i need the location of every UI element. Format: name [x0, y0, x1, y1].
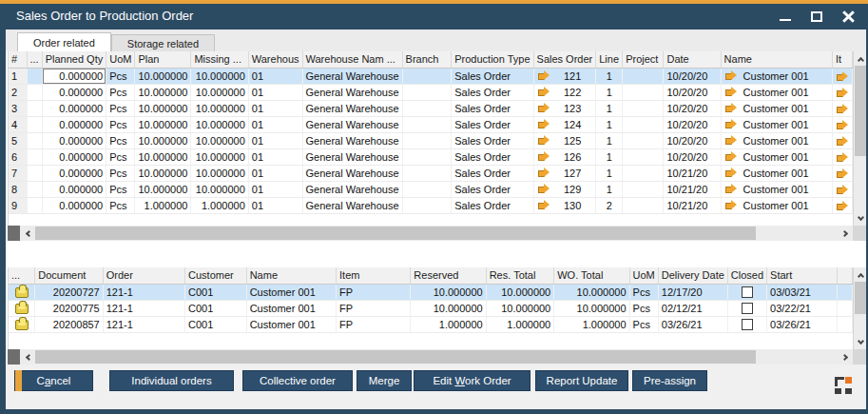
- tab-storage-related[interactable]: Storage related: [111, 34, 215, 51]
- scroll-right-button[interactable]: [838, 349, 853, 365]
- link-arrow-icon[interactable]: [537, 87, 550, 97]
- edit-work-order-button[interactable]: Edit Work Order: [414, 370, 530, 391]
- link-arrow-icon[interactable]: [836, 136, 849, 147]
- splitter-handle[interactable]: [8, 349, 20, 365]
- cancel-button[interactable]: Cancel: [14, 370, 93, 391]
- collective-order-button[interactable]: Collective order: [242, 370, 353, 391]
- link-arrow-icon[interactable]: [836, 201, 849, 211]
- table-row[interactable]: 20200775 121-1 C001 Customer 001 FP 10.0…: [9, 300, 853, 316]
- col-header-order: Order: [103, 267, 184, 284]
- scrollbar-thumb[interactable]: [855, 66, 866, 156]
- scroll-down-button[interactable]: [854, 335, 867, 349]
- link-arrow-icon[interactable]: [724, 200, 738, 210]
- scroll-down-button[interactable]: [854, 211, 867, 226]
- link-arrow-icon[interactable]: [724, 135, 738, 146]
- link-arrow-icon[interactable]: [537, 184, 550, 194]
- close-button[interactable]: [836, 7, 860, 28]
- table-row[interactable]: 8 0.000000 Pcs 10.000000 10.000000 01 Ge…: [9, 181, 853, 197]
- link-arrow-icon[interactable]: [537, 70, 550, 81]
- table-row[interactable]: 6 0.000000 Pcs 10.000000 10.000000 01 Ge…: [9, 148, 853, 165]
- scroll-left-button[interactable]: [20, 226, 35, 241]
- col-header-reserved: Reserved: [411, 267, 486, 284]
- scrollbar-track[interactable]: [35, 349, 838, 365]
- table-row[interactable]: 20200727 121-1 C001 Customer 001 FP 10.0…: [9, 284, 853, 300]
- closed-checkbox[interactable]: [742, 286, 753, 298]
- link-arrow-icon[interactable]: [836, 71, 849, 82]
- scrollbar-thumb[interactable]: [35, 350, 756, 364]
- link-arrow-icon[interactable]: [836, 120, 849, 130]
- col-header-name: Name: [721, 51, 832, 68]
- link-arrow-icon[interactable]: [724, 184, 738, 194]
- individual-orders-button[interactable]: Individual orders: [109, 370, 234, 391]
- link-arrow-icon[interactable]: [537, 119, 550, 129]
- splitter-handle[interactable]: [8, 226, 20, 241]
- table-row[interactable]: 9 0.000000 Pcs 1.000000 1.000000 01 Gene…: [9, 197, 853, 213]
- button-row: Cancel Individual orders Collective orde…: [6, 370, 866, 391]
- form-resize-icon[interactable]: [835, 377, 852, 394]
- scrollbar-thumb[interactable]: [855, 282, 866, 314]
- col-header-missing: Missing ...: [191, 51, 248, 68]
- link-arrow-icon[interactable]: [537, 168, 550, 178]
- pre-assign-button[interactable]: Pre-assign: [632, 370, 707, 391]
- tab-order-related[interactable]: Order related: [17, 32, 111, 51]
- link-arrow-icon[interactable]: [724, 151, 738, 162]
- link-arrow-icon[interactable]: [537, 103, 550, 113]
- closed-checkbox[interactable]: [742, 319, 753, 330]
- scrollbar-corner: [853, 226, 866, 241]
- maximize-icon: [811, 11, 822, 22]
- table-row[interactable]: 1 0.000000 Pcs 10.000000 10.000000 01 Ge…: [9, 68, 853, 84]
- tab-bar: Order related Storage related: [17, 32, 215, 51]
- minimize-button[interactable]: [773, 7, 798, 28]
- scrollbar-thumb[interactable]: [35, 227, 756, 240]
- col-header-warehouse: Warehous: [248, 51, 302, 68]
- link-arrow-icon[interactable]: [537, 135, 550, 146]
- chevron-left-icon: [25, 229, 31, 236]
- table-row[interactable]: 4 0.000000 Pcs 10.000000 10.000000 01 Ge…: [9, 116, 853, 132]
- planned-qty-input-cell[interactable]: 0.000000: [42, 68, 106, 84]
- scrollbar-corner: [853, 349, 866, 365]
- col-header-project: Project: [623, 51, 664, 68]
- col-header-planned-qty: Planned Qty: [42, 51, 106, 68]
- merge-button[interactable]: Merge: [357, 370, 412, 391]
- link-arrow-icon[interactable]: [724, 168, 738, 178]
- report-update-button[interactable]: Report Update: [535, 370, 628, 391]
- link-arrow-icon[interactable]: [836, 88, 849, 98]
- table-row[interactable]: 20200857 121-1 C001 Customer 001 FP 1.00…: [9, 316, 853, 332]
- col-header-warehouse-name: Warehouse Nam ...: [302, 51, 402, 68]
- link-arrow-icon[interactable]: [836, 104, 849, 114]
- maximize-button[interactable]: [804, 7, 829, 28]
- link-arrow-icon[interactable]: [537, 200, 550, 210]
- table-row[interactable]: 7 0.000000 Pcs 10.000000 10.000000 01 Ge…: [9, 165, 853, 181]
- link-arrow-icon[interactable]: [724, 119, 738, 129]
- col-header-clipped: [838, 267, 853, 284]
- col-header-ellipsis: ...: [9, 267, 35, 284]
- link-arrow-icon[interactable]: [537, 151, 550, 162]
- link-arrow-icon[interactable]: [836, 185, 849, 195]
- link-arrow-icon[interactable]: [836, 152, 849, 163]
- link-arrow-icon[interactable]: [724, 87, 738, 97]
- scroll-left-button[interactable]: [20, 349, 35, 365]
- window-title: Sales Order to Production Order: [16, 9, 193, 23]
- table1-vertical-scrollbar[interactable]: [853, 51, 866, 226]
- link-arrow-icon[interactable]: [724, 103, 738, 113]
- table2-horizontal-scrollbar[interactable]: [8, 349, 866, 365]
- col-header-branch: Branch: [402, 51, 452, 68]
- scroll-up-button[interactable]: [854, 51, 867, 66]
- closed-checkbox[interactable]: [742, 303, 753, 314]
- table-row[interactable]: 2 0.000000 Pcs 10.000000 10.000000 01 Ge…: [9, 84, 853, 100]
- table-row[interactable]: 5 0.000000 Pcs 10.000000 10.000000 01 Ge…: [9, 132, 853, 148]
- col-header-row-number: #: [9, 51, 27, 68]
- link-arrow-icon[interactable]: [836, 168, 849, 179]
- table2-vertical-scrollbar[interactable]: [853, 267, 866, 349]
- table-row[interactable]: 3 0.000000 Pcs 10.000000 10.000000 01 Ge…: [9, 100, 853, 116]
- col-header-closed: Closed: [727, 267, 766, 284]
- scroll-right-button[interactable]: [838, 226, 853, 241]
- link-arrow-icon[interactable]: [724, 70, 738, 81]
- titlebar[interactable]: Sales Order to Production Order: [0, 4, 868, 30]
- col-header-date: Date: [664, 51, 721, 68]
- table1-horizontal-scrollbar[interactable]: [8, 226, 866, 241]
- scroll-up-button[interactable]: [854, 267, 867, 282]
- col-header-name: Name: [246, 267, 336, 284]
- order-related-table: # ... Planned Qty UoM Plan Missing ... W…: [8, 51, 853, 226]
- scrollbar-track[interactable]: [35, 226, 838, 241]
